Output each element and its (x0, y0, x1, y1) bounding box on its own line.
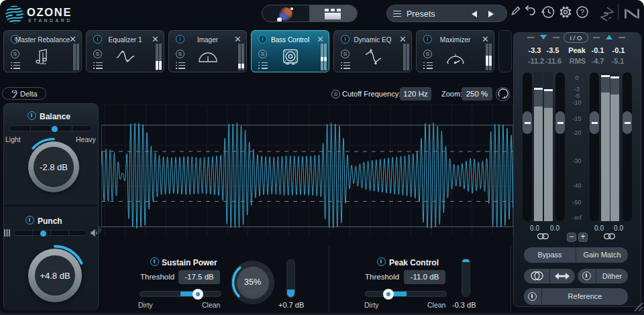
svg-text:?: ? (580, 8, 584, 16)
